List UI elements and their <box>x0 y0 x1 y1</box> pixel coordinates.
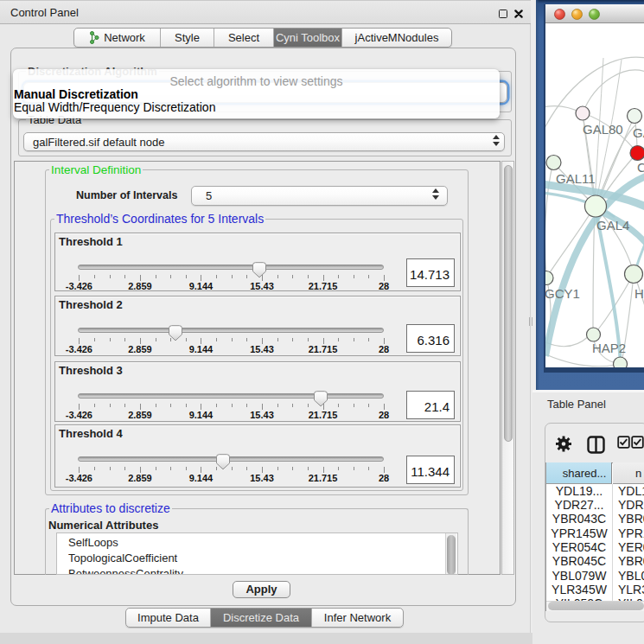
svg-text:GAL4: GAL4 <box>596 218 629 233</box>
svg-text:HAP2: HAP2 <box>592 341 626 355</box>
svg-text:GCY1: GCY1 <box>545 286 580 301</box>
svg-text:GA: GA <box>633 125 644 140</box>
svg-text:H: H <box>634 286 644 301</box>
svg-text:GAL80: GAL80 <box>583 122 623 137</box>
svg-text:GAL11: GAL11 <box>556 171 596 186</box>
svg-text:C: C <box>637 160 644 175</box>
